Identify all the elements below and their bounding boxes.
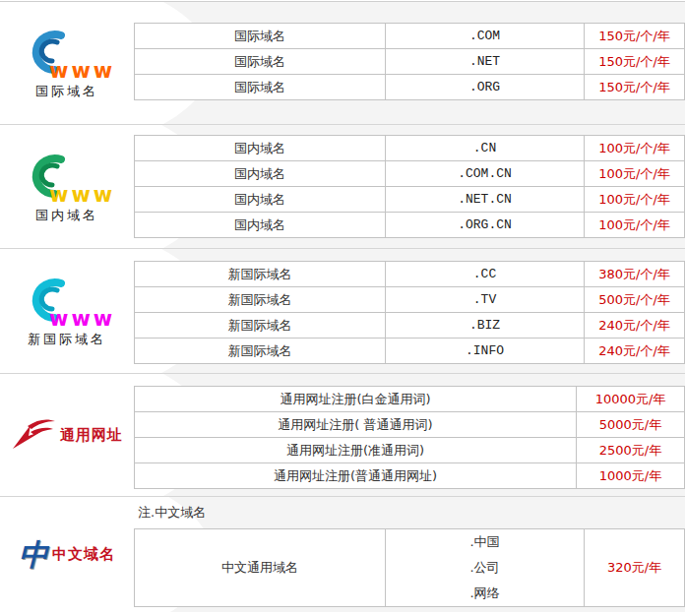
domain-price-cell: 100元/个/年 bbox=[585, 187, 685, 213]
section-international-domains: www 国际域名 国际域名 .COM 150元/个/年 国际域名 .NET 15… bbox=[0, 2, 685, 125]
domain-ext-cell: .ORG.CN bbox=[386, 213, 585, 238]
domain-ext-cell: .INFO bbox=[386, 339, 585, 364]
service-name-cell: 通用网址注册(白金通用词) bbox=[135, 387, 577, 412]
domain-ext-cell: .COM bbox=[386, 24, 585, 49]
domain-type-cell: 国内域名 bbox=[135, 161, 386, 187]
table-row: 通用网址注册(普通通用网址) 1000元/年 bbox=[135, 463, 685, 489]
table-row: 通用网址注册(准通用词) 2500元/年 bbox=[135, 438, 685, 463]
chinese-domain-note: 注.中文域名 bbox=[138, 504, 685, 522]
pricing-table-chinese-domains: 中文通用域名 .中国 .公司 .网络 320元/年 bbox=[134, 528, 685, 607]
pricing-table-generic-web-address: 通用网址注册(白金通用词) 10000元/年 通用网址注册( 普通通用词) 50… bbox=[134, 386, 685, 489]
content-domestic: 国内域名 .CN 100元/个/年 国内域名 .COM.CN 100元/个/年 … bbox=[134, 125, 685, 248]
domain-type-cell: 新国际域名 bbox=[135, 339, 386, 364]
table-row: 国内域名 .ORG.CN 100元/个/年 bbox=[135, 213, 685, 238]
ext-list: .中国 .公司 .网络 bbox=[469, 529, 499, 606]
domain-price-cell: 240元/个/年 bbox=[585, 339, 685, 364]
table-row: 国内域名 .COM.CN 100元/个/年 bbox=[135, 161, 685, 187]
domain-type-cell: 国际域名 bbox=[135, 24, 386, 49]
pricing-table-new-international: 新国际域名 .CC 380元/个/年 新国际域名 .TV 500元/个/年 新国… bbox=[134, 261, 685, 364]
table-row: 通用网址注册( 普通通用词) 5000元/年 bbox=[135, 412, 685, 438]
table-row: 新国际域名 .BIZ 240元/个/年 bbox=[135, 313, 685, 339]
www-text: www bbox=[49, 307, 112, 329]
content-international: 国际域名 .COM 150元/个/年 国际域名 .NET 150元/个/年 国际… bbox=[134, 2, 685, 124]
www-globe-green-icon: www bbox=[22, 150, 112, 205]
domain-type-cell: 国内域名 bbox=[135, 136, 386, 161]
domain-type-cell: 国内域名 bbox=[135, 213, 386, 238]
domain-price-cell: 240元/个/年 bbox=[585, 313, 685, 339]
pricing-table-domestic: 国内域名 .CN 100元/个/年 国内域名 .COM.CN 100元/个/年 … bbox=[134, 135, 685, 238]
domain-ext-cell: .中国 .公司 .网络 bbox=[386, 529, 585, 607]
domain-ext-cell: .CC bbox=[386, 262, 585, 287]
sidebar-label-domestic: 国内域名 bbox=[35, 207, 98, 224]
domain-type-cell: 中文通用域名 bbox=[135, 529, 386, 607]
domain-type-cell: 新国际域名 bbox=[135, 262, 386, 287]
domain-ext-cell: .NET.CN bbox=[386, 187, 585, 213]
table-row: 通用网址注册(白金通用词) 10000元/年 bbox=[135, 387, 685, 412]
domain-price-cell: 100元/个/年 bbox=[585, 136, 685, 161]
content-chinese-domains: 注.中文域名 中文通用域名 .中国 .公司 .网络 320元/年 bbox=[134, 497, 685, 612]
domain-type-cell: 国际域名 bbox=[135, 49, 386, 75]
domain-price-cell: 500元/个/年 bbox=[585, 287, 685, 313]
domain-ext-cell: .CN bbox=[386, 136, 585, 161]
service-price-cell: 5000元/年 bbox=[577, 412, 685, 438]
service-price-cell: 1000元/年 bbox=[577, 463, 685, 489]
section-generic-web-address: 通用网址 通用网址注册(白金通用词) 10000元/年 通用网址注册( 普通通用… bbox=[0, 374, 685, 497]
domain-type-cell: 新国际域名 bbox=[135, 313, 386, 339]
sidebar-label-new-international: 新国际域名 bbox=[28, 331, 106, 348]
www-globe-blue-icon: www bbox=[22, 26, 112, 81]
www-globe-cyan-icon: www bbox=[22, 274, 112, 329]
domain-ext-cell: .TV bbox=[386, 287, 585, 313]
domain-type-cell: 国际域名 bbox=[135, 75, 386, 100]
sidebar-domestic: www 国内域名 bbox=[0, 125, 134, 248]
service-name-cell: 通用网址注册( 普通通用词) bbox=[135, 412, 577, 438]
table-row: 新国际域名 .INFO 240元/个/年 bbox=[135, 339, 685, 364]
table-row: 新国际域名 .CC 380元/个/年 bbox=[135, 262, 685, 287]
ext-item: .网络 bbox=[469, 581, 499, 606]
domain-price-cell: 100元/个/年 bbox=[585, 213, 685, 238]
section-new-international-domains: www 新国际域名 新国际域名 .CC 380元/个/年 新国际域名 .TV 5… bbox=[0, 249, 685, 374]
domain-ext-cell: .COM.CN bbox=[386, 161, 585, 187]
domain-ext-cell: .ORG bbox=[386, 75, 585, 100]
service-name-cell: 通用网址注册(准通用词) bbox=[135, 438, 577, 463]
domain-price-cell: 380元/个/年 bbox=[585, 262, 685, 287]
sidebar-generic-web-address: 通用网址 bbox=[0, 374, 134, 496]
section-chinese-domains: 中 中文域名 注.中文域名 中文通用域名 .中国 .公司 .网络 320元/年 bbox=[0, 497, 685, 612]
sidebar-label-chinese-domains: 中文域名 bbox=[52, 545, 115, 564]
domain-ext-cell: .NET bbox=[386, 49, 585, 75]
table-row: 中文通用域名 .中国 .公司 .网络 320元/年 bbox=[135, 529, 685, 607]
ext-item: .中国 bbox=[469, 529, 499, 555]
domain-pricing-page: www 国际域名 国际域名 .COM 150元/个/年 国际域名 .NET 15… bbox=[0, 0, 685, 616]
www-text: www bbox=[49, 183, 112, 205]
service-price-cell: 2500元/年 bbox=[577, 438, 685, 463]
domain-type-cell: 国内域名 bbox=[135, 187, 386, 213]
domain-price-cell: 150元/个/年 bbox=[585, 49, 685, 75]
table-row: 国际域名 .COM 150元/个/年 bbox=[135, 24, 685, 49]
www-text: www bbox=[49, 59, 112, 81]
domain-price-cell: 100元/个/年 bbox=[585, 161, 685, 187]
domain-price-cell: 150元/个/年 bbox=[585, 75, 685, 100]
service-price-cell: 10000元/年 bbox=[577, 387, 685, 412]
table-row: 国内域名 .NET.CN 100元/个/年 bbox=[135, 187, 685, 213]
service-name-cell: 通用网址注册(普通通用网址) bbox=[135, 463, 577, 489]
ext-item: .公司 bbox=[469, 555, 499, 581]
domain-price-cell: 150元/个/年 bbox=[585, 24, 685, 49]
domain-ext-cell: .BIZ bbox=[386, 313, 585, 339]
sidebar-international: www 国际域名 bbox=[0, 2, 134, 124]
sidebar-new-international: www 新国际域名 bbox=[0, 249, 134, 373]
content-generic-web-address: 通用网址注册(白金通用词) 10000元/年 通用网址注册( 普通通用词) 50… bbox=[134, 374, 685, 496]
sidebar-chinese-domains: 中 中文域名 bbox=[0, 497, 134, 612]
domain-type-cell: 新国际域名 bbox=[135, 287, 386, 313]
table-row: 国际域名 .ORG 150元/个/年 bbox=[135, 75, 685, 100]
table-row: 新国际域名 .TV 500元/个/年 bbox=[135, 287, 685, 313]
sidebar-label-international: 国际域名 bbox=[35, 83, 98, 100]
sidebar-label-generic-web-address: 通用网址 bbox=[60, 426, 123, 445]
pricing-table-international: 国际域名 .COM 150元/个/年 国际域名 .NET 150元/个/年 国际… bbox=[134, 23, 685, 100]
table-row: 国际域名 .NET 150元/个/年 bbox=[135, 49, 685, 75]
red-arrow-icon bbox=[11, 417, 56, 453]
zhong-character-icon: 中 bbox=[19, 540, 48, 570]
section-domestic-domains: www 国内域名 国内域名 .CN 100元/个/年 国内域名 .COM.CN … bbox=[0, 125, 685, 249]
domain-price-cell: 320元/年 bbox=[585, 529, 685, 607]
table-row: 国内域名 .CN 100元/个/年 bbox=[135, 136, 685, 161]
content-new-international: 新国际域名 .CC 380元/个/年 新国际域名 .TV 500元/个/年 新国… bbox=[134, 249, 685, 373]
